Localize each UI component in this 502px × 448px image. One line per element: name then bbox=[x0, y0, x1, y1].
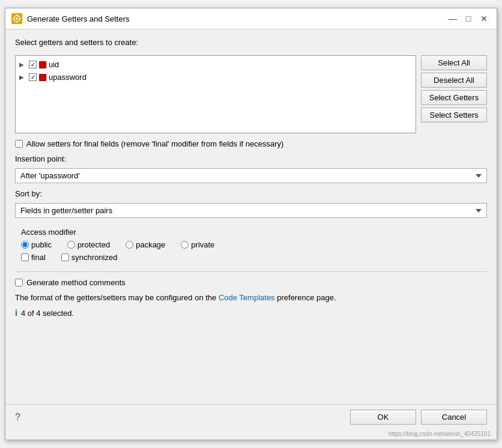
expand-arrow: ▶ bbox=[19, 61, 26, 68]
dialog-title: Generate Getters and Setters bbox=[27, 14, 441, 23]
radio-protected: protected bbox=[67, 240, 110, 249]
status-row: i 4 of 4 selected. bbox=[15, 308, 487, 318]
final-modifier: final bbox=[21, 253, 46, 262]
status-text: 4 of 4 selected. bbox=[21, 309, 74, 318]
radio-public-input[interactable] bbox=[21, 241, 29, 249]
code-templates-link[interactable]: Code Templates bbox=[219, 293, 275, 302]
insertion-point-label: Insertion point: bbox=[15, 154, 487, 163]
deselect-all-button[interactable]: Deselect All bbox=[421, 73, 487, 88]
radio-row: public protected package private bbox=[21, 240, 481, 249]
info-suffix: preference page. bbox=[275, 293, 336, 302]
radio-private: private bbox=[181, 240, 214, 249]
generate-comments-checkbox[interactable] bbox=[15, 279, 23, 286]
info-prefix: The format of the getters/setters may be… bbox=[15, 293, 219, 302]
tree-checkbox-upassword[interactable] bbox=[29, 73, 37, 81]
cancel-button[interactable]: Cancel bbox=[421, 410, 487, 425]
bottom-buttons: OK Cancel bbox=[350, 410, 487, 425]
help-icon[interactable]: ? bbox=[15, 412, 20, 423]
maximize-button[interactable]: □ bbox=[462, 12, 475, 25]
allow-setters-label: Allow setters for final fields (remove '… bbox=[26, 139, 283, 148]
tree-box: ▶ uid ▶ upassword bbox=[15, 55, 416, 133]
synchronized-modifier: synchronized bbox=[61, 253, 118, 262]
expand-arrow: ▶ bbox=[19, 74, 26, 80]
tree-label-uid: uid bbox=[49, 60, 59, 69]
final-label: final bbox=[31, 253, 46, 262]
tree-label-upassword: upassword bbox=[49, 73, 86, 82]
dialog-icon bbox=[11, 13, 22, 24]
dialog-content: Select getters and setters to create: ▶ … bbox=[5, 29, 497, 404]
fields-area: ▶ uid ▶ upassword Select All Deselect Al… bbox=[15, 55, 487, 133]
select-getters-button[interactable]: Select Getters bbox=[421, 90, 487, 105]
sort-by-label: Sort by: bbox=[15, 189, 487, 198]
tree-item: ▶ uid bbox=[16, 58, 416, 71]
modifiers-row: final synchronized bbox=[21, 253, 481, 262]
radio-package: package bbox=[126, 240, 165, 249]
field-icon-uid bbox=[39, 61, 46, 68]
title-bar: Generate Getters and Setters — □ ✕ bbox=[5, 8, 497, 29]
radio-private-label: private bbox=[191, 240, 214, 249]
close-button[interactable]: ✕ bbox=[477, 12, 491, 25]
select-all-button[interactable]: Select All bbox=[421, 55, 487, 70]
insertion-point-dropdown[interactable]: After 'upassword' First method Last meth… bbox=[15, 168, 487, 183]
synchronized-checkbox[interactable] bbox=[61, 253, 69, 261]
allow-setters-row: Allow setters for final fields (remove '… bbox=[15, 139, 487, 148]
minimize-button[interactable]: — bbox=[446, 12, 459, 25]
synchronized-label: synchronized bbox=[71, 253, 118, 262]
tree-checkbox-uid[interactable] bbox=[29, 61, 37, 68]
access-modifier-section: Access modifier public protected package… bbox=[15, 224, 487, 265]
select-setters-button[interactable]: Select Setters bbox=[421, 107, 487, 123]
radio-public-label: public bbox=[31, 240, 52, 249]
section-label: Select getters and setters to create: bbox=[15, 38, 487, 47]
bottom-bar: ? OK Cancel bbox=[5, 404, 497, 429]
tree-item: ▶ upassword bbox=[16, 71, 416, 83]
info-status-icon: i bbox=[15, 308, 17, 318]
radio-private-input[interactable] bbox=[181, 241, 189, 249]
radio-package-label: package bbox=[136, 240, 165, 249]
radio-public: public bbox=[21, 240, 52, 249]
divider bbox=[15, 271, 487, 272]
final-checkbox[interactable] bbox=[21, 253, 29, 261]
generate-comments-row: Generate method comments bbox=[15, 278, 487, 287]
sort-by-dropdown[interactable]: Fields in getter/setter pairs Method nam… bbox=[15, 203, 487, 218]
info-text: The format of the getters/setters may be… bbox=[15, 293, 487, 302]
allow-setters-checkbox[interactable] bbox=[15, 140, 23, 148]
svg-point-1 bbox=[16, 17, 18, 20]
radio-package-input[interactable] bbox=[126, 241, 133, 249]
insertion-point-row: Insertion point: After 'upassword' First… bbox=[15, 154, 487, 183]
field-icon-upassword bbox=[39, 74, 46, 81]
ok-button[interactable]: OK bbox=[350, 410, 416, 425]
access-modifier-label: Access modifier bbox=[21, 228, 481, 237]
action-buttons: Select All Deselect All Select Getters S… bbox=[421, 55, 487, 123]
radio-protected-input[interactable] bbox=[67, 241, 75, 249]
generate-getters-setters-dialog: Generate Getters and Setters — □ ✕ Selec… bbox=[5, 8, 497, 440]
sort-by-row: Sort by: Fields in getter/setter pairs M… bbox=[15, 189, 487, 218]
window-controls: — □ ✕ bbox=[446, 12, 491, 25]
radio-protected-label: protected bbox=[77, 240, 110, 249]
watermark: https://blog.csdn.net/weixin_40425181 bbox=[5, 429, 497, 440]
generate-comments-label: Generate method comments bbox=[26, 278, 126, 287]
